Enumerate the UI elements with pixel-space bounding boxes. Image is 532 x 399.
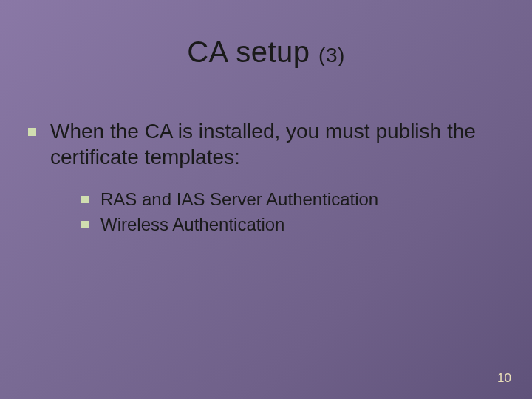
page-number: 10	[497, 371, 511, 386]
bullet-level2-text: RAS and IAS Server Authentication	[100, 189, 378, 209]
square-bullet-icon	[81, 196, 89, 203]
bullet-level1-text: When the CA is installed, you must publi…	[50, 120, 476, 168]
title-sub: (3)	[318, 44, 345, 66]
bullet-level2-group: RAS and IAS Server Authentication Wirele…	[28, 188, 502, 237]
slide-title: CA setup (3)	[0, 35, 532, 69]
slide: CA setup (3) When the CA is installed, y…	[0, 0, 532, 399]
title-main: CA setup	[187, 35, 318, 68]
bullet-level2: RAS and IAS Server Authentication	[81, 188, 502, 211]
slide-body: When the CA is installed, you must publi…	[28, 118, 502, 239]
square-bullet-icon	[28, 128, 36, 136]
bullet-level1: When the CA is installed, you must publi…	[28, 118, 502, 170]
bullet-level2-text: Wireless Authentication	[100, 214, 284, 234]
square-bullet-icon	[81, 221, 89, 228]
bullet-level2: Wireless Authentication	[81, 213, 502, 236]
